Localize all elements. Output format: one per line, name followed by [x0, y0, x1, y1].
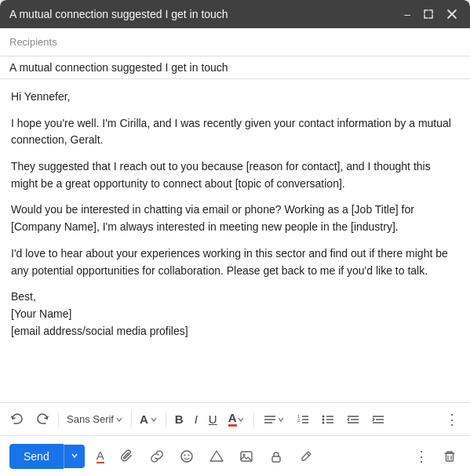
indent-button[interactable] [367, 409, 389, 430]
compose-header-actions: – [401, 6, 461, 22]
trash-icon [443, 449, 457, 463]
subject-value: A mutual connection suggested I get in t… [9, 61, 228, 74]
format-options-button[interactable]: A [93, 445, 108, 467]
toggle-confidential-button[interactable] [265, 446, 287, 467]
outdent-button[interactable] [342, 409, 364, 430]
svg-point-8 [322, 415, 324, 417]
undo-icon [10, 412, 24, 427]
font-color-button[interactable]: A [224, 409, 249, 431]
font-size-selector[interactable]: A [137, 411, 161, 427]
send-row-right: ⋮ [410, 445, 461, 468]
italic-button[interactable]: I [191, 409, 202, 429]
emoji-icon [180, 449, 194, 463]
body-collab: I'd love to hear about your experiences … [11, 245, 459, 279]
separator-1 [58, 412, 59, 427]
body-intro: I hope you're well. I'm Cirilla, and I w… [11, 115, 459, 149]
insert-photo-button[interactable] [235, 446, 257, 467]
expand-icon [423, 9, 434, 20]
attach-file-button[interactable] [116, 446, 138, 467]
send-row: Send A [0, 435, 470, 476]
signature-button[interactable] [295, 446, 317, 467]
separator-3 [166, 412, 166, 427]
redo-icon [35, 412, 49, 427]
recipients-row[interactable]: Recipients [0, 28, 470, 56]
send-dropdown-icon [71, 452, 78, 460]
unordered-list-button[interactable] [317, 409, 339, 430]
fontcolor-dropdown-icon [237, 416, 245, 423]
send-button-group: Send [9, 444, 85, 469]
send-button[interactable]: Send [9, 444, 64, 469]
bold-button[interactable]: B [171, 409, 188, 429]
formatting-toolbar: Sans Serif A B I U A [0, 402, 470, 435]
font-name-selector[interactable]: Sans Serif [64, 412, 126, 427]
more-options-button[interactable]: ⋮ [410, 445, 432, 468]
compose-window: A mutual connection suggested I get in t… [0, 0, 470, 476]
body-interest: Would you be interested in chatting via … [11, 202, 459, 235]
svg-point-20 [181, 451, 192, 462]
undo-button[interactable] [6, 409, 28, 430]
separator-4 [253, 412, 254, 427]
close-button[interactable] [443, 7, 461, 21]
align-icon [263, 412, 277, 427]
separator-2 [131, 412, 132, 427]
align-button[interactable] [259, 409, 289, 430]
svg-point-9 [322, 418, 324, 420]
insert-drive-button[interactable] [206, 446, 228, 467]
insert-link-button[interactable] [146, 446, 168, 467]
drive-icon [209, 449, 224, 463]
discard-button[interactable] [439, 446, 461, 467]
compose-title: A mutual connection suggested I get in t… [9, 8, 228, 20]
fontsize-dropdown-icon [150, 416, 158, 423]
more-formatting-button[interactable]: ⋮ [441, 408, 464, 431]
body-greeting: Hi Yennefer, [11, 89, 459, 106]
align-dropdown-icon [277, 416, 285, 423]
font-dropdown-icon [115, 416, 123, 423]
send-dropdown-button[interactable] [64, 445, 85, 468]
underline-button[interactable]: U [205, 409, 221, 429]
svg-rect-26 [272, 456, 280, 462]
body-sign-best: Best, [Your Name] [email address/social … [11, 289, 459, 340]
insert-emoji-button[interactable] [176, 446, 198, 467]
pencil-icon [299, 449, 313, 463]
ordered-list-button[interactable]: 1. 2. [292, 409, 314, 430]
indent-icon [371, 412, 385, 427]
compose-body[interactable]: Hi Yennefer, I hope you're well. I'm Cir… [0, 79, 470, 402]
svg-marker-23 [210, 451, 223, 461]
svg-rect-28 [446, 453, 454, 461]
compose-header: A mutual connection suggested I get in t… [0, 0, 470, 28]
recipients-placeholder: Recipients [9, 36, 57, 48]
svg-point-22 [188, 454, 189, 456]
link-icon [150, 449, 164, 463]
outdent-icon [346, 412, 360, 427]
ordered-list-icon: 1. 2. [296, 412, 310, 427]
paperclip-icon [120, 449, 134, 463]
photo-icon [239, 449, 253, 463]
redo-button[interactable] [31, 409, 53, 430]
svg-point-21 [184, 454, 185, 456]
subject-row: A mutual connection suggested I get in t… [0, 56, 470, 79]
svg-text:2.: 2. [297, 418, 301, 423]
send-row-left: Send A [9, 444, 317, 469]
lock-icon [269, 449, 283, 463]
close-icon [446, 9, 457, 20]
svg-point-10 [322, 421, 324, 423]
body-reason: They suggested that I reach out to you b… [11, 158, 459, 192]
svg-line-27 [307, 453, 309, 456]
expand-button[interactable] [420, 7, 437, 21]
svg-point-25 [242, 453, 245, 456]
unordered-list-icon [321, 412, 335, 427]
minimize-button[interactable]: – [401, 6, 414, 22]
